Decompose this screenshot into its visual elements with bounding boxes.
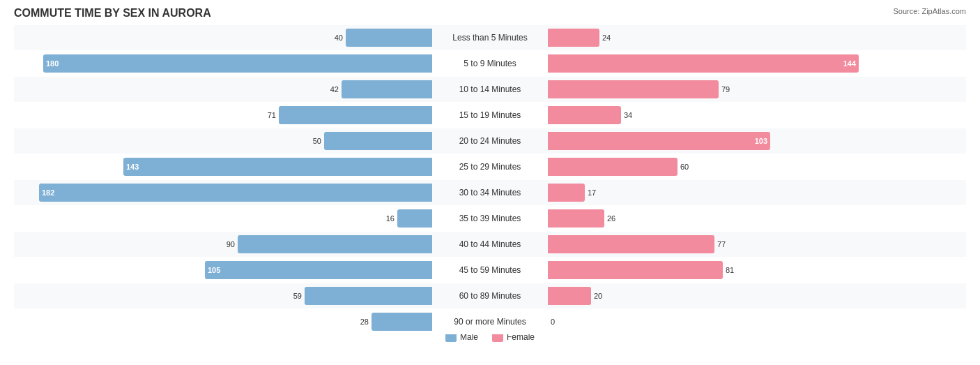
right-section: 144 (548, 54, 966, 73)
right-section: 24 (548, 29, 966, 47)
bar-label: 30 to 34 Minutes (432, 188, 548, 198)
right-section: 60 (548, 158, 966, 176)
bar-female-value: 79 (721, 85, 730, 94)
left-section: 40 (14, 29, 432, 47)
chart-title: COMMUTE TIME BY SEX IN AURORA (14, 7, 966, 20)
bar-row: 9040 to 44 Minutes77 (14, 232, 966, 257)
bar-male-value: 180 (46, 59, 59, 68)
bar-label: 40 to 44 Minutes (432, 239, 548, 249)
bar-female-value: 144 (843, 59, 856, 68)
bar-female (548, 158, 677, 176)
bar-label: Less than 5 Minutes (432, 33, 548, 43)
right-section: 26 (548, 209, 966, 228)
right-section: 17 (548, 184, 966, 202)
bar-male-value: 16 (386, 214, 395, 223)
bar-female (548, 29, 599, 47)
bar-female-value: 77 (717, 240, 726, 248)
bar-male (305, 287, 432, 305)
bar-male (346, 29, 432, 47)
left-section: 16 (14, 209, 432, 228)
bar-label: 60 to 89 Minutes (432, 291, 548, 301)
right-section: 77 (548, 235, 966, 253)
bar-row: 5020 to 24 Minutes103 (14, 128, 966, 154)
right-section: 34 (548, 106, 966, 124)
bar-male (397, 209, 432, 228)
right-section: 103 (548, 132, 966, 150)
bar-row: 1805 to 9 Minutes144 (14, 51, 966, 76)
bar-male-value: 50 (313, 137, 321, 145)
source-label: Source: ZipAtlas.com (893, 7, 966, 15)
bar-male: 105 (205, 261, 432, 279)
bar-row: 10545 to 59 Minutes81 (14, 258, 966, 283)
left-section: 42 (14, 80, 432, 98)
bar-male-value: 59 (293, 292, 302, 300)
bars-area: 40Less than 5 Minutes241805 to 9 Minutes… (14, 25, 966, 318)
left-section: 59 (14, 287, 432, 305)
bar-label: 5 to 9 Minutes (432, 59, 548, 68)
bar-female-value: 17 (588, 188, 596, 197)
bar-male: 143 (123, 158, 432, 176)
bar-male-value: 182 (42, 188, 54, 197)
bar-female (548, 287, 591, 305)
bar-row: 5960 to 89 Minutes20 (14, 283, 966, 308)
chart-container: COMMUTE TIME BY SEX IN AURORA Source: Zi… (0, 0, 980, 365)
left-section: 182 (14, 184, 432, 202)
bar-row: 4210 to 14 Minutes79 (14, 77, 966, 102)
bar-female-value: 81 (726, 266, 734, 274)
bar-female-value: 20 (594, 292, 602, 300)
bar-row: 1635 to 39 Minutes26 (14, 206, 966, 231)
bar-label: 45 to 59 Minutes (432, 265, 548, 275)
bar-male (279, 106, 432, 124)
right-section: 79 (548, 80, 966, 98)
bar-label: 90 or more Minutes (432, 317, 548, 327)
bar-label: 10 to 14 Minutes (432, 84, 548, 94)
left-section: 71 (14, 106, 432, 124)
left-section: 90 (14, 235, 432, 253)
bar-male-value: 40 (335, 33, 343, 42)
bar-male (372, 313, 432, 331)
bar-female-value: 26 (607, 214, 615, 223)
bar-row: 40Less than 5 Minutes24 (14, 25, 966, 50)
bar-label: 25 to 29 Minutes (432, 162, 548, 172)
left-section: 105 (14, 261, 432, 279)
bar-female-value: 0 (551, 318, 555, 326)
bar-female-value: 34 (624, 111, 632, 119)
bar-female: 144 (548, 54, 859, 73)
bar-male (238, 235, 432, 253)
bar-male-value: 143 (126, 163, 139, 171)
bar-male: 182 (39, 184, 432, 202)
bar-female (548, 106, 621, 124)
bar-label: 15 to 19 Minutes (432, 110, 548, 120)
bar-female-value: 60 (680, 163, 689, 171)
bar-male (324, 132, 432, 150)
left-section: 180 (14, 54, 432, 73)
bar-male-value: 71 (268, 111, 276, 119)
bar-female (548, 261, 723, 279)
bar-female (548, 80, 719, 98)
right-section: 81 (548, 261, 966, 279)
bar-male (342, 80, 432, 98)
bar-row: 18230 to 34 Minutes17 (14, 180, 966, 205)
bar-female (548, 184, 585, 202)
bar-label: 20 to 24 Minutes (432, 136, 548, 146)
left-section: 143 (14, 158, 432, 176)
bar-male-value: 105 (208, 266, 220, 274)
bar-male: 180 (43, 54, 432, 73)
right-section: 0 (548, 313, 966, 331)
left-section: 28 (14, 313, 432, 331)
bar-female: 103 (548, 132, 770, 150)
bar-female-value: 103 (755, 137, 767, 145)
bar-female (548, 235, 714, 253)
bar-row: 2890 or more Minutes0 (14, 309, 966, 334)
bar-male-value: 28 (360, 318, 369, 326)
bar-male-value: 90 (227, 240, 235, 248)
right-section: 20 (548, 287, 966, 305)
left-section: 50 (14, 132, 432, 150)
bar-female-value: 24 (602, 33, 611, 42)
bar-row: 14325 to 29 Minutes60 (14, 154, 966, 179)
bar-male-value: 42 (330, 85, 339, 94)
bar-label: 35 to 39 Minutes (432, 214, 548, 223)
bar-female (548, 209, 604, 228)
bar-row: 7115 to 19 Minutes34 (14, 103, 966, 128)
